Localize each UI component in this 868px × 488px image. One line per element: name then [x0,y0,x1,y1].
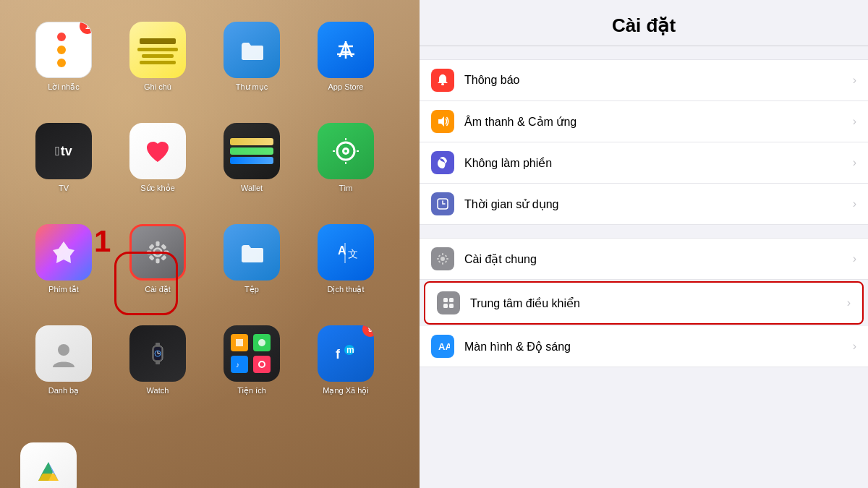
app-tv[interactable]: tv TV [20,123,107,217]
svg-text:f: f [336,347,341,361]
reminders-label: Lời nhắc [48,82,79,92]
find-label: Tìm [339,184,353,192]
watch-label: Watch [147,386,169,395]
contacts-label: Danh bạ [48,386,79,395]
screentime-label: Thời gian sử dụng [464,197,847,211]
dnd-icon-bg [431,151,454,174]
sounds-icon [435,114,450,129]
general-chevron: › [853,252,856,265]
dnd-icon [435,155,450,170]
app-find[interactable]: Tìm [302,123,389,217]
social-icon: f m [329,337,362,370]
files-folder-label: Thư mục [236,82,268,92]
notifications-icon-bg [431,69,454,92]
svg-rect-49 [446,258,448,260]
settings-highlight-box [114,252,178,315]
settings-header: Cài đặt [420,0,868,46]
app-social[interactable]: f m 9 Mạng Xã hội [302,325,389,419]
svg-text:文: 文 [348,248,358,260]
app-notes[interactable]: Ghi chú [114,22,201,116]
watch-icon [141,337,174,370]
controlcenter-chevron: › [847,296,851,309]
bottom-row: 855 [0,434,420,488]
app-appstore[interactable]: A App Store [302,22,389,116]
svg-text:m: m [346,345,354,355]
svg-point-6 [344,150,347,153]
files-label: Tệp [244,285,259,294]
svg-rect-30 [156,343,160,346]
settings-row-controlcenter[interactable]: Trung tâm điều khiển › [424,281,864,325]
app-google-drive[interactable] [20,442,77,488]
settings-row-sounds[interactable]: Âm thanh & Cảm ứng › [420,101,868,142]
dnd-label: Không làm phiền [464,156,847,170]
notes-label: Ghi chú [144,82,171,91]
controlcenter-label: Trung tâm điều khiển [470,296,841,310]
svg-marker-43 [438,116,444,127]
shortcuts-label: Phím tắt [48,285,79,294]
contacts-icon [47,337,80,370]
settings-section-1: Thông báo › Âm thanh & Cảm ứng › [420,59,868,225]
iphone-home-screen: 1 Lời nhắc Ghi chú Thư mục [0,0,420,488]
health-label: Sức khỏe [140,184,175,193]
social-badge: 9 [362,325,374,337]
screentime-icon [435,197,450,211]
sounds-icon-bg [431,110,454,133]
svg-rect-51 [445,254,448,257]
settings-row-dnd[interactable]: Không làm phiền › [420,142,868,184]
tv-icon-text: tv [55,144,72,159]
reminders-badge: 1 [80,22,92,34]
svg-rect-55 [449,298,454,302]
app-files[interactable]: Tệp [208,224,295,318]
settings-row-screentime[interactable]: Thời gian sử dụng › [420,184,868,225]
display-icon-bg: AA [431,335,454,358]
svg-rect-56 [443,304,448,308]
svg-point-45 [441,257,445,261]
notifications-chevron: › [853,74,856,87]
notifications-icon [435,73,450,87]
files-icon [236,236,268,268]
dnd-chevron: › [853,156,856,169]
app-reminders[interactable]: 1 Lời nhắc [20,22,107,116]
app-health[interactable]: Sức khỏe [114,123,201,217]
section-gap-top [420,46,868,59]
svg-rect-18 [161,244,166,249]
settings-section-2: Cài đặt chung › Trung tâm điều khiển [420,238,868,367]
notifications-label: Thông báo [464,74,847,87]
display-label: Màn hình & Độ sáng [464,340,847,354]
utilities-label: Tiện ích [237,386,266,395]
screentime-icon-bg [431,192,454,215]
svg-rect-53 [445,260,448,263]
settings-list: Thông báo › Âm thanh & Cảm ứng › [420,46,868,488]
svg-rect-46 [442,253,443,255]
app-files-folder[interactable]: Thư mục [208,22,295,116]
settings-row-general[interactable]: Cài đặt chung › [420,238,868,280]
svg-rect-31 [156,361,160,364]
controlcenter-icon [441,296,456,310]
svg-rect-17 [148,244,154,249]
display-icon: AA [435,339,450,354]
step-1-number: 1 [94,224,111,259]
app-contacts[interactable]: Danh bạ [20,325,107,419]
app-watch[interactable]: Watch [114,325,201,419]
general-label: Cài đặt chung [464,252,847,266]
settings-row-notifications[interactable]: Thông báo › [420,59,868,101]
svg-rect-57 [449,304,454,308]
app-wallet[interactable]: Wallet [208,123,295,217]
settings-title: Cài đặt [437,14,851,37]
screentime-chevron: › [853,197,856,210]
appstore-icon: A [328,33,363,67]
settings-row-display[interactable]: AA Màn hình & Độ sáng › [420,326,868,367]
app-translate[interactable]: A 文 Dịch thuật [302,224,389,318]
section-gap-2 [420,225,868,238]
svg-rect-47 [442,262,443,265]
app-utilities[interactable]: ♪ Tiện ích [208,325,295,419]
sounds-chevron: › [853,115,856,128]
svg-point-35 [259,361,265,367]
sounds-label: Âm thanh & Cảm ứng [464,115,847,129]
translate-icon: A 文 [329,236,362,269]
svg-rect-54 [443,298,448,302]
svg-rect-32 [236,339,243,346]
display-chevron: › [853,340,856,353]
shortcuts-icon [47,236,80,269]
folder-icon [236,34,268,66]
